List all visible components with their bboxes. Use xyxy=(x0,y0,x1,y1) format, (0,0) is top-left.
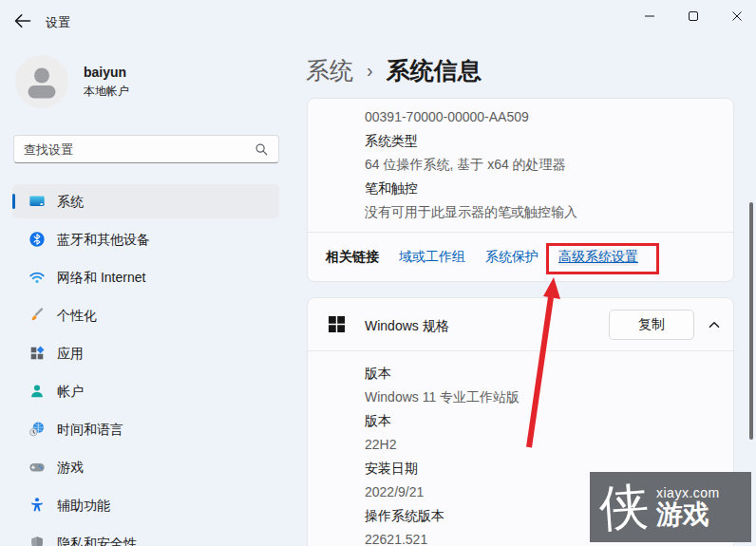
related-links-title: 相关链接 xyxy=(326,249,379,266)
shield-icon xyxy=(28,535,46,546)
paintbrush-icon xyxy=(28,307,46,324)
avatar[interactable] xyxy=(15,55,68,108)
sidebar-item-label: 蓝牙和其他设备 xyxy=(57,232,150,249)
system-protection-link[interactable]: 系统保护 xyxy=(485,249,539,266)
about-card: 00391-70000-00000-AA509 系统类型 64 位操作系统, 基… xyxy=(307,98,734,282)
version-value: 22H2 xyxy=(365,437,396,452)
back-arrow-icon xyxy=(13,11,32,30)
sidebar-item-accounts[interactable]: 帐户 xyxy=(12,374,279,408)
bluetooth-icon xyxy=(28,231,46,248)
minimize-button[interactable] xyxy=(628,0,671,32)
sidebar-item-label: 辅助功能 xyxy=(57,498,110,515)
sidebar-item-system[interactable]: 系统 xyxy=(12,184,279,218)
sidebar-item-label: 个性化 xyxy=(57,308,97,325)
os-build-value: 22621.521 xyxy=(365,532,427,546)
maximize-icon xyxy=(688,10,699,22)
pen-touch-value: 没有可用于此显示器的笔或触控输入 xyxy=(365,204,577,221)
gamepad-icon xyxy=(28,459,46,476)
time-language-icon xyxy=(28,421,46,438)
os-build-label: 操作系统版本 xyxy=(365,508,444,525)
close-button[interactable] xyxy=(715,0,756,32)
sidebar-item-apps[interactable]: 应用 xyxy=(12,336,279,370)
search-box[interactable] xyxy=(13,135,279,163)
scrollbar-thumb[interactable] xyxy=(749,202,753,440)
account-type: 本地帐户 xyxy=(84,84,129,100)
system-type-value: 64 位操作系统, 基于 x64 的处理器 xyxy=(365,157,566,174)
page-title: 系统信息 xyxy=(387,55,482,86)
sidebar-item-bluetooth[interactable]: 蓝牙和其他设备 xyxy=(12,222,279,256)
back-button[interactable] xyxy=(13,11,32,30)
windows-logo-icon xyxy=(329,316,345,332)
maximize-button[interactable] xyxy=(671,0,715,32)
sidebar-item-time-language[interactable]: 时间和语言 xyxy=(12,412,279,446)
account-person-icon xyxy=(28,383,46,400)
card-divider xyxy=(308,232,733,233)
sidebar-item-label: 系统 xyxy=(57,194,84,211)
accessibility-icon xyxy=(28,497,46,514)
product-id-value: 00391-70000-00000-AA509 xyxy=(365,109,529,124)
install-date-label: 安装日期 xyxy=(365,461,418,478)
sidebar-item-label: 网络和 Internet xyxy=(57,270,145,287)
sidebar-item-gaming[interactable]: 游戏 xyxy=(12,450,279,484)
sidebar-item-network[interactable]: 网络和 Internet xyxy=(12,260,279,294)
person-avatar-icon xyxy=(15,55,68,108)
collapse-toggle[interactable] xyxy=(707,317,722,332)
sidebar-item-label: 隐私和安全性 xyxy=(57,536,137,546)
system-icon xyxy=(28,193,46,210)
close-icon xyxy=(731,10,743,22)
copy-button-label: 复制 xyxy=(638,316,665,333)
sidebar-item-label: 时间和语言 xyxy=(57,422,123,439)
install-date-value: 2022/9/21 xyxy=(365,484,424,499)
search-icon xyxy=(255,142,269,157)
watermark-label: 游戏 xyxy=(656,500,709,530)
domain-workgroup-link[interactable]: 域或工作组 xyxy=(399,249,465,266)
pen-touch-label: 笔和触控 xyxy=(365,180,418,198)
breadcrumb-parent[interactable]: 系统 xyxy=(306,55,353,86)
edition-label: 版本 xyxy=(365,366,391,383)
edition-value: Windows 11 专业工作站版 xyxy=(365,389,520,406)
copy-button[interactable]: 复制 xyxy=(609,310,694,340)
sidebar-item-label: 游戏 xyxy=(57,460,84,477)
breadcrumb: 系统 › 系统信息 xyxy=(306,55,482,86)
minimize-icon xyxy=(644,10,655,22)
window-title: 设置 xyxy=(46,14,70,31)
watermark-site: xiayx.com xyxy=(656,485,720,500)
system-type-label: 系统类型 xyxy=(365,133,418,150)
breadcrumb-separator-icon: › xyxy=(353,60,387,82)
apps-icon xyxy=(28,345,46,362)
sidebar-item-privacy[interactable]: 隐私和安全性 xyxy=(12,526,279,546)
settings-window: 设置 baiyun 本地帐户 系统 xyxy=(0,0,756,546)
annotation-highlight-box xyxy=(546,243,659,274)
wifi-icon xyxy=(28,269,46,286)
version-label: 版本 xyxy=(365,413,391,430)
sidebar-item-accessibility[interactable]: 辅助功能 xyxy=(12,488,279,522)
specs-card-title: Windows 规格 xyxy=(365,318,449,335)
watermark-glyph: 侠 xyxy=(597,480,651,534)
watermark: 侠 xiayx.com 游戏 xyxy=(590,472,751,542)
account-name[interactable]: baiyun xyxy=(84,65,126,80)
sidebar-item-label: 应用 xyxy=(57,346,84,363)
selected-indicator xyxy=(12,194,15,209)
card-divider xyxy=(308,350,733,351)
sidebar-item-label: 帐户 xyxy=(57,384,84,401)
search-input[interactable] xyxy=(24,142,255,157)
sidebar-item-personalization[interactable]: 个性化 xyxy=(12,298,279,332)
chevron-up-icon xyxy=(707,317,722,332)
